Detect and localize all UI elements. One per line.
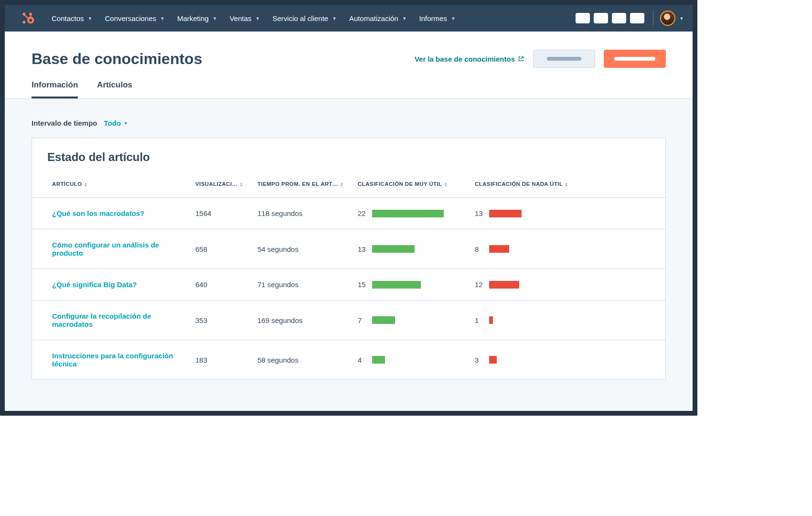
nav-item-label: Informes xyxy=(419,14,447,22)
avatar xyxy=(660,11,675,26)
useful-rating: 15 xyxy=(358,280,463,289)
external-link-icon xyxy=(518,55,524,62)
article-link[interactable]: Instrucciones para la configuración técn… xyxy=(52,352,173,368)
article-link[interactable]: ¿Qué significa Big Data? xyxy=(52,280,137,289)
useful-value: 15 xyxy=(358,280,367,289)
column-header-label: CLASIFICACIÓN DE MUY ÚTIL xyxy=(358,181,442,187)
secondary-action-button[interactable] xyxy=(533,50,595,68)
tab-información[interactable]: Información xyxy=(32,80,78,98)
svg-point-0 xyxy=(23,21,26,24)
view-kb-link[interactable]: Ver la base de conocimientos xyxy=(415,55,524,63)
svg-point-6 xyxy=(29,19,32,22)
not-useful-rating: 3 xyxy=(475,356,660,364)
topnav-action-2[interactable] xyxy=(594,13,608,23)
chevron-down-icon: ▼ xyxy=(88,16,93,21)
sort-icon: ▲▼ xyxy=(84,182,87,187)
sort-icon: ▲▼ xyxy=(340,182,343,187)
not-useful-rating: 8 xyxy=(475,245,660,253)
column-header[interactable]: CLASIFICACIÓN DE MUY ÚTIL▲▼ xyxy=(352,171,469,198)
sort-icon: ▲▼ xyxy=(444,182,448,187)
skeleton-label xyxy=(614,57,655,61)
views-cell: 640 xyxy=(190,269,252,301)
topnav-action-4[interactable] xyxy=(630,13,644,23)
nav-item-informes[interactable]: Informes▼ xyxy=(415,11,460,25)
useful-value: 22 xyxy=(358,209,367,217)
not-useful-value: 1 xyxy=(475,316,484,324)
nav-item-servicio-al-cliente[interactable]: Servicio al cliente▼ xyxy=(267,11,342,25)
nav-item-conversaciones[interactable]: Conversaciones▼ xyxy=(100,11,169,25)
time-cell: 58 segundos xyxy=(252,340,352,380)
article-link[interactable]: Cómo configurar un análisis de producto xyxy=(52,241,159,257)
tab-artículos[interactable]: Artículos xyxy=(97,80,132,98)
column-header[interactable]: ARTÍCULO▲▼ xyxy=(32,171,190,198)
not-useful-rating: 1 xyxy=(475,316,660,324)
useful-bar xyxy=(372,281,421,289)
table-row: Cómo configurar un análisis de producto6… xyxy=(32,229,665,269)
tabs: InformaciónArtículos xyxy=(5,68,693,99)
column-header-label: VISUALIZACI… xyxy=(195,181,238,187)
views-cell: 658 xyxy=(190,229,252,269)
time-cell: 118 segundos xyxy=(252,198,352,229)
skeleton-label xyxy=(547,57,581,61)
column-header[interactable]: VISUALIZACI…▲▼ xyxy=(190,171,252,198)
page-title: Base de conocimientos xyxy=(32,50,202,68)
table-row: ¿Qué significa Big Data?64071 segundos15… xyxy=(32,269,665,301)
not-useful-bar xyxy=(489,356,497,364)
article-status-table: ARTÍCULO▲▼VISUALIZACI…▲▼TIEMPO PROM. EN … xyxy=(32,171,665,379)
nav-item-label: Marketing xyxy=(177,14,209,22)
nav-item-marketing[interactable]: Marketing▼ xyxy=(172,11,222,25)
time-filter-select[interactable]: Todo ▼ xyxy=(104,119,128,127)
useful-bar xyxy=(372,316,395,324)
useful-value: 7 xyxy=(358,316,367,324)
time-cell: 169 segundos xyxy=(252,301,352,340)
not-useful-value: 12 xyxy=(475,280,484,289)
nav-item-automatización[interactable]: Automatización▼ xyxy=(344,11,411,25)
page-header: Base de conocimientos Ver la base de con… xyxy=(5,32,693,68)
card-title: Estado del artículo xyxy=(32,138,665,171)
sort-icon: ▲▼ xyxy=(565,182,568,187)
column-header[interactable]: TIEMPO PROM. EN EL ART…▲▼ xyxy=(252,171,352,198)
useful-rating: 4 xyxy=(358,356,463,364)
topnav-action-1[interactable] xyxy=(576,13,590,23)
time-cell: 71 segundos xyxy=(252,269,352,301)
chevron-down-icon: ▼ xyxy=(679,16,684,21)
divider xyxy=(653,11,653,25)
not-useful-value: 3 xyxy=(475,356,484,364)
page-body: Intervalo de tiempo Todo ▼ Estado del ar… xyxy=(5,99,693,411)
nav-item-label: Contactos xyxy=(52,14,84,22)
column-header-label: CLASIFICACIÓN DE NADA ÚTIL xyxy=(475,181,563,187)
time-filter-value: Todo xyxy=(104,119,121,127)
not-useful-bar xyxy=(489,281,519,289)
useful-rating: 13 xyxy=(358,245,463,253)
hubspot-logo[interactable] xyxy=(20,10,36,26)
article-link[interactable]: ¿Qué son los macrodatos? xyxy=(52,209,144,217)
views-cell: 353 xyxy=(190,301,252,340)
useful-rating: 22 xyxy=(358,209,463,217)
nav-item-contactos[interactable]: Contactos▼ xyxy=(47,11,97,25)
useful-rating: 7 xyxy=(358,316,463,324)
not-useful-value: 8 xyxy=(475,245,484,253)
useful-bar xyxy=(372,356,385,364)
table-row: Instrucciones para la configuración técn… xyxy=(32,340,665,380)
not-useful-rating: 13 xyxy=(475,209,660,217)
table-row: ¿Qué son los macrodatos?1564118 segundos… xyxy=(32,198,665,229)
chevron-down-icon: ▼ xyxy=(451,16,456,21)
article-status-card: Estado del artículo ARTÍCULO▲▼VISUALIZAC… xyxy=(32,138,666,380)
nav-item-ventas[interactable]: Ventas▼ xyxy=(225,11,265,25)
useful-bar xyxy=(372,210,444,217)
useful-bar xyxy=(372,245,415,253)
column-header-label: ARTÍCULO xyxy=(52,181,82,187)
nav-item-label: Servicio al cliente xyxy=(272,14,328,22)
nav-item-label: Automatización xyxy=(349,14,398,22)
useful-value: 4 xyxy=(358,356,367,364)
article-link[interactable]: Configurar la recopilación de macrodatos xyxy=(52,312,151,328)
view-kb-link-label: Ver la base de conocimientos xyxy=(415,55,515,63)
account-menu[interactable]: ▼ xyxy=(660,11,684,26)
column-header[interactable]: CLASIFICACIÓN DE NADA ÚTIL▲▼ xyxy=(469,171,665,198)
primary-action-button[interactable] xyxy=(604,50,666,68)
table-row: Configurar la recopilación de macrodatos… xyxy=(32,301,665,340)
topnav-action-3[interactable] xyxy=(612,13,626,23)
chevron-down-icon: ▼ xyxy=(256,16,260,21)
topnav-right: ▼ xyxy=(576,11,684,26)
time-cell: 54 segundos xyxy=(252,229,352,269)
